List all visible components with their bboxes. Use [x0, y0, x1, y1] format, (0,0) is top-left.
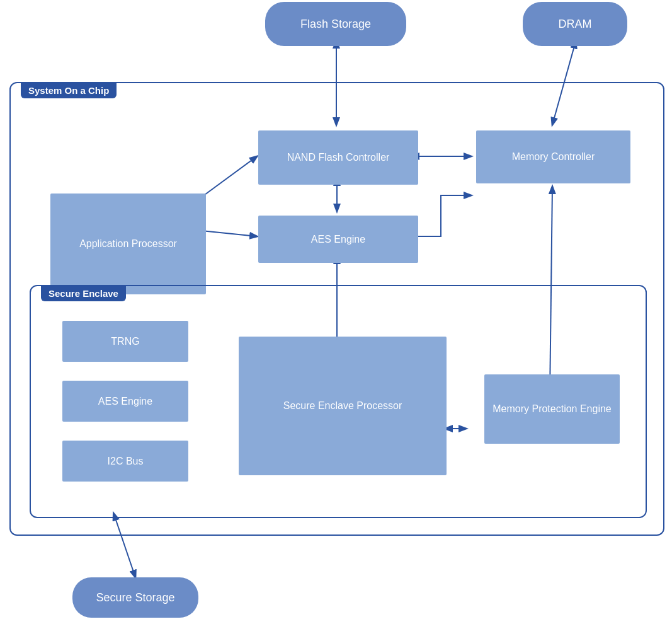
memory-protection-engine-box: Memory Protection Engine [484, 374, 620, 444]
aes-engine-main-box: AES Engine [258, 216, 418, 263]
diagram-container: Flash Storage DRAM System On a Chip NAND… [0, 0, 672, 624]
aes-engine-se-box: AES Engine [62, 381, 188, 422]
secure-enclave-processor-box: Secure Enclave Processor [239, 337, 447, 475]
secure-enclave-label: Secure Enclave [41, 286, 126, 301]
system-on-chip-panel: System On a Chip NAND Flash Controller M… [9, 82, 664, 536]
flash-storage-node: Flash Storage [265, 2, 406, 46]
trng-box: TRNG [62, 321, 188, 362]
i2c-bus-box: I2C Bus [62, 441, 188, 482]
memory-controller-box: Memory Controller [476, 130, 630, 183]
nand-flash-controller-box: NAND Flash Controller [258, 130, 418, 185]
system-on-chip-label: System On a Chip [21, 83, 117, 98]
secure-enclave-panel: Secure Enclave TRNG AES Engine I2C Bus S… [30, 285, 647, 518]
dram-node: DRAM [523, 2, 627, 46]
secure-storage-node: Secure Storage [72, 577, 198, 618]
application-processor-box: Application Processor [50, 194, 206, 294]
